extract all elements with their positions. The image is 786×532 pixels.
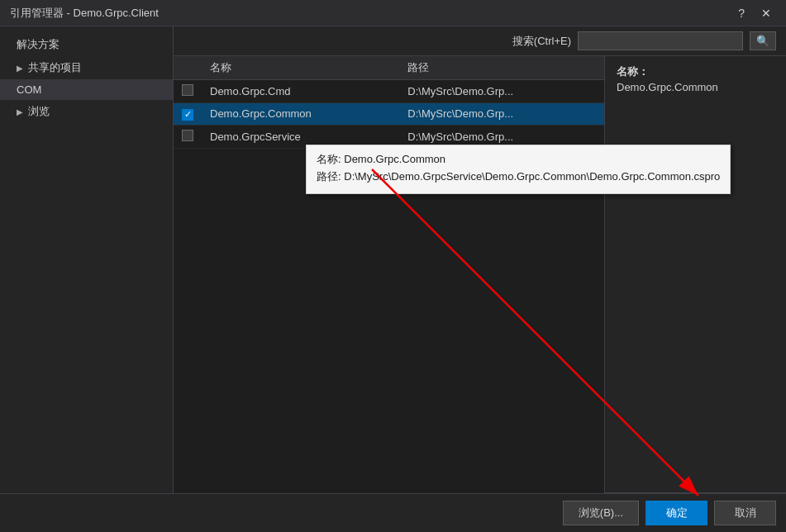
help-button[interactable]: ? — [733, 5, 750, 21]
chevron-right-icon: ▶ — [17, 64, 23, 73]
project-list: 名称 路径 Demo.Grpc.Cmd D:\MySrc\Demo.Grp... — [174, 56, 604, 493]
col-path: 路径 — [399, 56, 604, 80]
header-row: 搜索(Ctrl+E) 🔍 — [174, 26, 786, 56]
right-panel: 搜索(Ctrl+E) 🔍 名称 路径 — [174, 26, 786, 493]
close-button[interactable]: ✕ — [756, 5, 776, 21]
tooltip-path-label: 路径: — [317, 170, 341, 183]
checkbox-3[interactable] — [182, 130, 193, 141]
tooltip-path-value: D:\MySrc\Demo.GrpcService\Demo.Grpc.Comm… — [344, 170, 720, 183]
tooltip-name-label: 名称: — [317, 153, 341, 165]
com-label: COM — [17, 83, 41, 96]
checkbox-cell-1[interactable] — [174, 80, 202, 103]
chevron-right-icon-browse: ▶ — [17, 107, 23, 116]
sidebar: 解决方案 ▶ 共享的项目 COM ▶ 浏览 — [0, 26, 174, 493]
col-name: 名称 — [202, 56, 399, 80]
window-title: 引用管理器 - Demo.Grpc.Client — [10, 6, 159, 21]
row1-name: Demo.Grpc.Cmd — [202, 80, 399, 103]
body-container: 解决方案 ▶ 共享的项目 COM ▶ 浏览 搜索(Ctrl+E) 🔍 — [0, 26, 786, 493]
tooltip-popup: 名称: Demo.Grpc.Common 路径: D:\MySrc\Demo.G… — [306, 145, 731, 194]
search-icon-button[interactable]: 🔍 — [750, 31, 776, 50]
sidebar-item-solution[interactable]: 解决方案 — [0, 33, 173, 56]
detail-header: 名称： Demo.Grpc.Common — [604, 56, 786, 493]
project-table: 名称 路径 Demo.Grpc.Cmd D:\MySrc\Demo.Grp... — [174, 56, 604, 149]
checkbox-1[interactable] — [182, 84, 193, 96]
table-row-selected[interactable]: ✓ Demo.Grpc.Common D:\MySrc\Demo.Grp... — [174, 103, 604, 126]
search-label: 搜索(Ctrl+E) — [512, 34, 571, 49]
shared-label: 共享的项目 — [28, 60, 82, 75]
col-checkbox — [174, 56, 202, 80]
sidebar-item-com[interactable]: COM — [0, 79, 173, 100]
detail-name-value: Demo.Grpc.Common — [617, 81, 774, 93]
tooltip-path-row: 路径: D:\MySrc\Demo.GrpcService\Demo.Grpc.… — [317, 169, 720, 184]
table-row[interactable]: Demo.Grpc.Cmd D:\MySrc\Demo.Grp... — [174, 80, 604, 103]
row2-path: D:\MySrc\Demo.Grp... — [399, 103, 604, 126]
solution-label: 解决方案 — [17, 37, 60, 52]
cancel-button[interactable]: 取消 — [714, 501, 776, 525]
title-bar-controls: ? ✕ — [733, 5, 776, 21]
content-area: 名称 路径 Demo.Grpc.Cmd D:\MySrc\Demo.Grp... — [174, 56, 786, 493]
row1-path: D:\MySrc\Demo.Grp... — [399, 80, 604, 103]
checkbox-cell-3[interactable] — [174, 125, 202, 148]
tooltip-name-row: 名称: Demo.Grpc.Common — [317, 152, 720, 167]
browse-label: 浏览 — [28, 104, 50, 119]
search-input[interactable] — [578, 31, 743, 50]
tooltip-name-value: Demo.Grpc.Common — [344, 153, 445, 165]
detail-name-label: 名称： — [617, 64, 774, 79]
sidebar-item-browse[interactable]: ▶ 浏览 — [0, 100, 173, 123]
footer: 浏览(B)... 确定 取消 — [0, 493, 786, 532]
main-container: 解决方案 ▶ 共享的项目 COM ▶ 浏览 搜索(Ctrl+E) 🔍 — [0, 26, 786, 532]
row2-name: Demo.Grpc.Common — [202, 103, 399, 126]
sidebar-item-shared[interactable]: ▶ 共享的项目 — [0, 56, 173, 79]
checkbox-cell-2[interactable]: ✓ — [174, 103, 202, 126]
checkbox-2[interactable]: ✓ — [182, 109, 193, 121]
browse-button[interactable]: 浏览(B)... — [563, 501, 639, 525]
ok-button[interactable]: 确定 — [645, 501, 707, 525]
title-bar: 引用管理器 - Demo.Grpc.Client ? ✕ — [0, 0, 786, 26]
